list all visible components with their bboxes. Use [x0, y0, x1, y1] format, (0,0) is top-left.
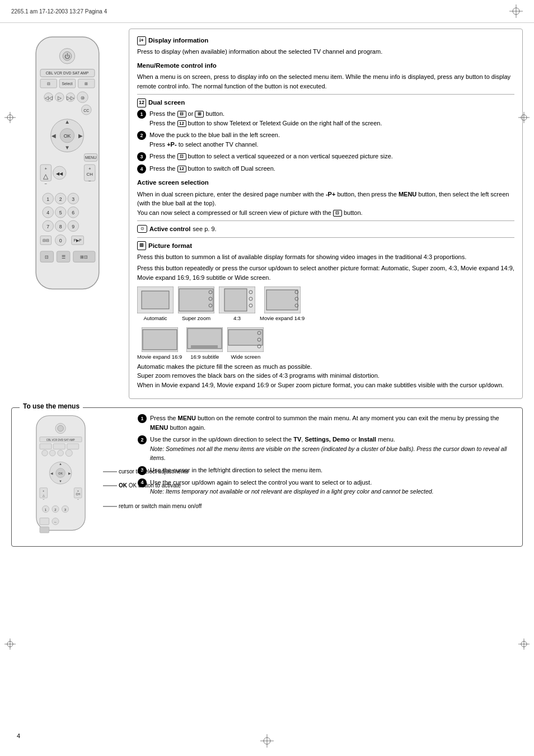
svg-text:Select: Select [62, 82, 72, 86]
step-2-text: Move the puck to the blue ball in the le… [149, 130, 514, 149]
svg-text:☰: ☰ [61, 255, 65, 260]
remote-control-col: ⏻ CBL VCR DVD SAT AMP ⊟ Select ⊞ ◁◁ ▷ ▷▷… [11, 29, 123, 399]
svg-text:0: 0 [59, 238, 62, 243]
separator-1 [137, 94, 514, 95]
to-use-menus-heading: To use the menus [20, 402, 83, 410]
svg-point-127 [42, 450, 48, 456]
instructions-box: i+ Display information Press to display … [129, 29, 523, 399]
svg-text:⊞: ⊞ [85, 82, 88, 86]
callout-line-2 [103, 482, 117, 489]
picture-format-body3: Automatic makes the picture fill the scr… [137, 362, 514, 390]
svg-rect-126 [67, 444, 79, 449]
svg-text:CBL VCR DVD SAT AMP: CBL VCR DVD SAT AMP [46, 439, 75, 442]
picture-format-icon: ⊞ [137, 241, 146, 250]
to-use-menus-box: To use the menus CBL VCR DVD SAT AMP [11, 407, 523, 547]
display-info-heading: i+ Display information [137, 36, 514, 45]
dual-icon: ⊞ [195, 111, 204, 118]
step-num-4: 4 [137, 165, 146, 173]
svg-text:−: − [77, 497, 79, 501]
svg-text:⊡: ⊡ [45, 255, 49, 260]
svg-rect-85 [179, 289, 213, 311]
callout-line-1 [103, 468, 117, 475]
format-movie149-img [264, 287, 301, 313]
svg-point-129 [58, 450, 64, 456]
svg-text:CH: CH [76, 493, 80, 496]
format-movie169-img [142, 327, 178, 352]
active-control-label: Active control [149, 224, 190, 234]
menu-step-num-1: 1 [138, 414, 147, 423]
svg-text:▲: ▲ [59, 462, 62, 466]
svg-rect-115 [228, 330, 263, 345]
svg-text:OK: OK [58, 472, 63, 475]
registration-mark-right [518, 112, 530, 123]
svg-text:△: △ [43, 494, 45, 497]
registration-mark-bottom [260, 734, 274, 748]
format-superzoom-img [178, 287, 214, 313]
svg-rect-113 [191, 345, 218, 349]
dual-screen-item-4: 4 Press the 12 button to switch off Dual… [137, 164, 514, 173]
format-43-img [219, 287, 255, 313]
svg-text:▷: ▷ [57, 95, 61, 101]
callout-ok-text: OK OK button to activate [119, 481, 181, 490]
svg-text:△: △ [43, 172, 49, 180]
dual-screen-item-3: 3 Press the ⊡ button to select a vertica… [137, 152, 514, 161]
svg-text:5: 5 [59, 210, 62, 215]
svg-rect-92 [224, 289, 247, 311]
menu-step-4-text: Use the cursor up/down again to select t… [150, 478, 514, 496]
format-movie149-label: Movie expand 14:9 [260, 314, 305, 322]
svg-text:▶: ▶ [78, 133, 82, 139]
svg-text:▶: ▶ [68, 472, 71, 475]
dual-screen-heading: 12 Dual screen [137, 98, 514, 107]
registration-mark-top [509, 4, 523, 18]
svg-text:◀◀: ◀◀ [56, 171, 63, 176]
step-3-text: Press the ⊡ button to select a vertical … [149, 152, 514, 161]
small-remote-svg: CBL VCR DVD SAT AMP OK ▲ ▼ ◀ [20, 414, 101, 537]
callout-line-3 [103, 503, 117, 510]
remote-control-svg: ⏻ CBL VCR DVD SAT AMP ⊟ Select ⊞ ◁◁ ▷ ▷▷… [18, 34, 116, 303]
step-4-text: Press the 12 button to switch off Dual s… [149, 164, 514, 173]
menu-step-1-text: Press the MENU button on the remote cont… [150, 414, 514, 432]
svg-text:3: 3 [72, 196, 74, 202]
active-screen-heading: Active screen selection [137, 178, 514, 187]
format-automatic: Automatic [137, 287, 174, 322]
active-control-row: ⊙ Active control see p. 9. [137, 224, 514, 234]
svg-text:4: 4 [46, 210, 49, 215]
svg-text:+: + [88, 166, 91, 171]
page-number: 4 [17, 732, 20, 739]
separator-2 [137, 220, 514, 221]
format-169sub: 16:9 subtitle [186, 327, 223, 361]
menu-step-2-text: Use the cursor in the up/down direction … [150, 435, 514, 463]
svg-text:⏻: ⏻ [64, 53, 70, 59]
svg-text:+: + [44, 166, 47, 171]
svg-text:CBL  VCR  DVD  SAT  AMP: CBL VCR DVD SAT AMP [45, 71, 88, 75]
twelve-icon-2: 12 [177, 166, 186, 172]
svg-text:⑩: ⑩ [80, 96, 84, 101]
format-wide-img [227, 327, 264, 352]
format-automatic-img [137, 287, 174, 313]
svg-text:P▶P: P▶P [73, 238, 82, 242]
svg-text:−: − [88, 179, 91, 184]
svg-text:1: 1 [46, 196, 49, 202]
view-icon: ⊡ [333, 210, 342, 217]
separator-3 [137, 237, 514, 238]
format-row-2: Movie expand 16:9 16:9 subtitle [137, 327, 514, 361]
menu-step-1: 1 Press the MENU button on the remote co… [138, 414, 514, 432]
callout-return: return or switch main menu on/off [103, 501, 202, 511]
menus-left-col: CBL VCR DVD SAT AMP OK ▲ ▼ ◀ [20, 414, 129, 538]
svg-text:CC: CC [83, 109, 89, 112]
step-1-text: Press the ⊟ or ⊞ button. Press the 12 bu… [149, 109, 514, 128]
svg-text:6: 6 [72, 210, 74, 215]
svg-rect-124 [40, 444, 51, 449]
doc-info-text: 2265.1 am 17-12-2003 13:27 Pagina 4 [11, 8, 509, 15]
to-use-menus-content: CBL VCR DVD SAT AMP OK ▲ ▼ ◀ [20, 414, 514, 538]
dual-screen-item-2: 2 Move the puck to the blue ball in the … [137, 130, 514, 149]
svg-text:2: 2 [59, 196, 62, 202]
menu-remote-heading: Menu/Remote control info [137, 61, 514, 71]
format-movie149: Movie expand 14:9 [260, 287, 305, 322]
mono-icon: ⊟ [177, 111, 186, 118]
main-content: ⏻ CBL VCR DVD SAT AMP ⊟ Select ⊞ ◁◁ ▷ ▷▷… [0, 23, 534, 405]
callout-cursor: cursor to select adjustments [103, 467, 202, 476]
format-movie169: Movie expand 16:9 [137, 327, 182, 361]
format-wide: Wide screen [227, 327, 264, 361]
svg-rect-155 [40, 527, 49, 533]
